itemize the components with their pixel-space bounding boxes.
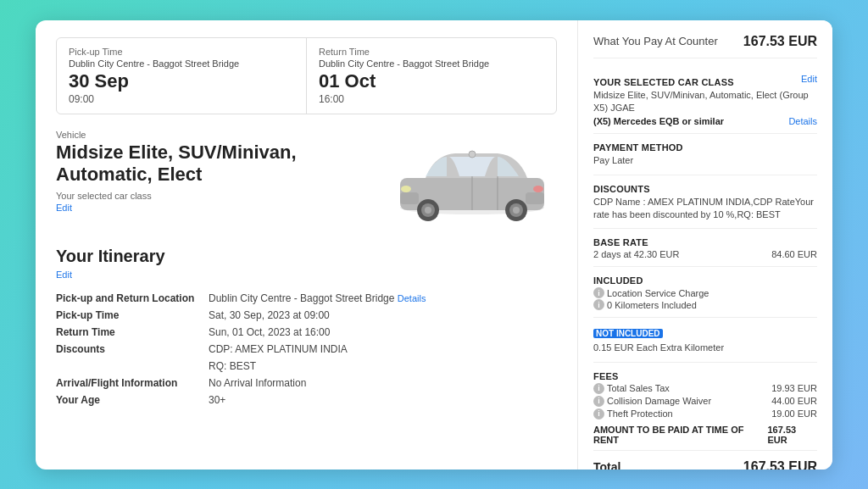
row-value: RQ: BEST [209,358,557,375]
itinerary-edit-link[interactable]: Edit [56,270,557,280]
pickup-date: 30 Sep [69,71,294,92]
svg-point-14 [469,151,476,158]
vehicle-name: Midsize Elite, SUV/Minivan, Automatic, E… [56,142,379,186]
svg-point-6 [401,186,411,192]
total-price: 167.53 EUR [743,459,817,470]
row-value: CDP: AMEX PLATINUM INDIA [209,341,557,358]
divider-6 [593,362,817,363]
fee-info-icon-3: i [593,408,604,420]
amount-due-label: AMOUNT TO BE PAID AT TIME OF RENT [593,425,767,445]
svg-rect-4 [400,192,419,204]
amount-due-row: AMOUNT TO BE PAID AT TIME OF RENT 167.53… [593,425,817,445]
car-class-section: YOUR SELECTED CAR CLASS Edit Midsize Eli… [593,69,817,127]
row-label [56,358,209,375]
included-item-1: i Location Service Charge [593,287,817,298]
return-date: 01 Oct [319,71,544,92]
svg-point-7 [533,186,543,192]
row-label: Return Time [56,324,209,341]
table-row: Pick-up and Return Location Dublin City … [56,290,557,307]
payment-value: Pay Later [593,154,817,167]
counter-price: 167.53 EUR [743,34,817,49]
row-label: Discounts [56,341,209,358]
time-row: Pick-up Time Dublin City Centre - Baggot… [56,37,557,114]
return-label: Return Time [319,47,544,57]
not-included-text: 0.15 EUR Each Extra Kilometer [593,342,817,354]
svg-rect-5 [526,192,544,204]
svg-point-13 [513,207,520,214]
divider-1 [593,133,817,134]
included-text-2: 0 Kilometers Included [607,300,697,310]
vehicle-edit-link[interactable]: Edit [56,203,379,213]
left-panel: Pick-up Time Dublin City Centre - Baggot… [36,20,578,470]
base-rate-title: BASE RATE [593,237,817,247]
main-card: Pick-up Time Dublin City Centre - Baggot… [36,20,832,470]
payment-title: PAYMENT METHOD [593,142,817,153]
fee-info-icon-2: i [593,396,604,407]
row-label: Pick-up Time [56,307,209,324]
divider-2 [593,175,817,175]
car-class-title: YOUR SELECTED CAR CLASS [593,77,734,87]
vehicle-sub: Your selected car class [56,191,379,201]
counter-label: What You Pay At Counter [593,35,718,47]
pickup-location: Dublin City Centre - Baggot Street Bridg… [69,58,294,69]
base-rate-price: 84.60 EUR [771,249,817,259]
return-time: 16:00 [319,93,544,105]
amount-due-price: 167.53 EUR [767,425,817,445]
row-value: No Arrival Information [209,375,557,392]
itinerary-section: Your Itinerary Edit Pick-up and Return L… [56,247,557,408]
table-row: Pick-up Time Sat, 30 Sep, 2023 at 09:00 [56,307,557,324]
return-cell: Return Time Dublin City Centre - Baggot … [307,38,556,114]
fee-label-1: i Total Sales Tax [593,383,670,394]
info-icon-1: i [593,287,604,298]
car-class-edit-link[interactable]: Edit [801,74,817,84]
car-svg [387,131,557,229]
fee-row-1: i Total Sales Tax 19.93 EUR [593,383,817,394]
itinerary-table: Pick-up and Return Location Dublin City … [56,290,557,408]
included-title: INCLUDED [593,275,817,286]
base-rate-section: BASE RATE 2 days at 42.30 EUR 84.60 EUR [593,237,817,259]
car-class-desc: Midsize Elite, SUV/Minivan, Automatic, E… [593,89,817,115]
row-value: Sat, 30 Sep, 2023 at 09:00 [209,307,557,324]
fee-price-1: 19.93 EUR [771,383,817,394]
divider-3 [593,228,817,229]
info-icon-2: i [593,299,604,310]
table-row: Arrival/Flight Information No Arrival In… [56,375,557,392]
divider-4 [593,266,817,267]
return-location: Dublin City Centre - Baggot Street Bridg… [319,58,544,69]
discounts-section: DISCOUNTS CDP Name : AMEX PLATINUM INDIA… [593,184,817,222]
not-included-section: NOT INCLUDED 0.15 EUR Each Extra Kilomet… [593,325,817,354]
row-label: Arrival/Flight Information [56,375,209,392]
pickup-time: 09:00 [69,93,294,105]
fees-title: FEES [593,371,817,381]
total-row: Total 167.53 EUR [593,450,817,470]
not-included-badge: NOT INCLUDED [593,329,663,338]
vehicle-label: Vehicle [56,130,379,140]
fee-row-3: i Theft Protection 19.00 EUR [593,408,817,420]
fee-info-icon-1: i [593,383,604,394]
total-label: Total [593,460,620,470]
location-details-link[interactable]: Details [398,293,426,303]
table-row: Discounts CDP: AMEX PLATINUM INDIA [56,341,557,358]
payment-section: PAYMENT METHOD Pay Later [593,142,817,167]
table-row: RQ: BEST [56,358,557,375]
table-row: Your Age 30+ [56,392,557,408]
row-value: 30+ [209,392,557,408]
fees-section: FEES i Total Sales Tax 19.93 EUR i Colli… [593,371,817,420]
row-label: Pick-up and Return Location [56,290,209,307]
base-rate-desc: 2 days at 42.30 EUR [593,249,680,259]
discounts-text: CDP Name : AMEX PLATINUM INDIA,CDP RateY… [593,196,817,222]
car-image [387,130,557,231]
row-label: Your Age [56,392,209,408]
itinerary-title: Your Itinerary [56,247,557,266]
car-class-name: (X5) Mercedes EQB or similar [593,116,724,126]
vehicle-info: Vehicle Midsize Elite, SUV/Minivan, Auto… [56,130,379,214]
discounts-title: DISCOUNTS [593,184,817,194]
fee-price-2: 44.00 EUR [771,396,817,407]
right-panel: What You Pay At Counter 167.53 EUR YOUR … [578,20,832,470]
fee-row-2: i Collision Damage Waiver 44.00 EUR [593,396,817,407]
svg-point-10 [425,207,431,214]
included-item-2: i 0 Kilometers Included [593,299,817,310]
row-value: Dublin City Centre - Baggot Street Bridg… [209,290,557,307]
car-class-details-link[interactable]: Details [788,116,817,126]
fee-label-3: i Theft Protection [593,408,673,420]
